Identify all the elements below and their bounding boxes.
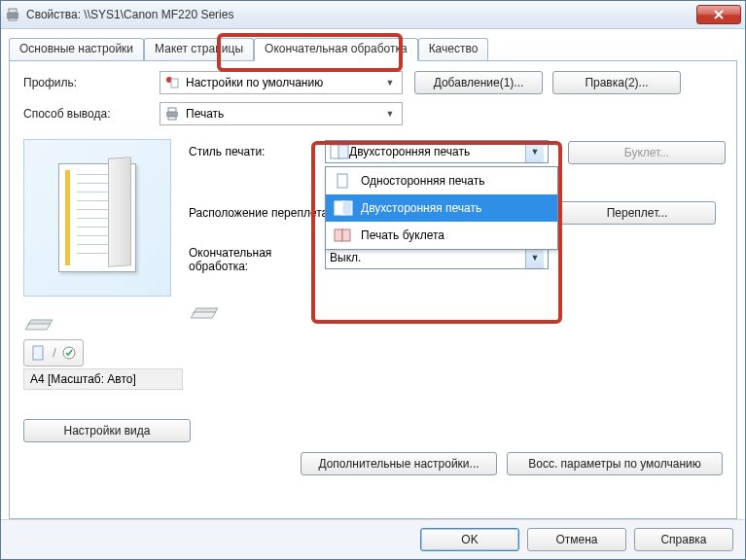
- preview-status: A4 [Масштаб: Авто]: [23, 368, 183, 390]
- svg-rect-15: [338, 145, 348, 158]
- output-label: Способ вывода:: [23, 107, 160, 121]
- print-style-combo[interactable]: Двухсторонняя печать ▼: [325, 140, 549, 163]
- stack-icon: [23, 306, 189, 335]
- svg-rect-0: [7, 13, 18, 18]
- tab-page-layout[interactable]: Макет страницы: [144, 38, 254, 61]
- output-combo[interactable]: Печать ▼: [160, 102, 403, 125]
- single-page-icon: [334, 173, 353, 189]
- svg-rect-12: [33, 346, 43, 360]
- print-style-option-single[interactable]: Односторонняя печать: [326, 167, 557, 194]
- duplex-page-icon: [334, 200, 353, 216]
- properties-window: Свойства: \\SYS1\Canon MF220 Series Осно…: [0, 0, 746, 560]
- tab-footer: Дополнительные настройки... Восс. параме…: [23, 442, 723, 475]
- window-title: Свойства: \\SYS1\Canon MF220 Series: [26, 8, 696, 21]
- chevron-down-icon: ▼: [382, 103, 398, 124]
- tab-basic[interactable]: Основные настройки: [9, 38, 144, 61]
- slash-icon: /: [53, 346, 55, 360]
- settings-column: Стиль печати: Двухсторонняя печать ▼ Бук…: [189, 139, 726, 442]
- svg-marker-22: [191, 312, 216, 318]
- print-style-label: Стиль печати:: [189, 145, 325, 158]
- titlebar: Свойства: \\SYS1\Canon MF220 Series: [1, 1, 745, 29]
- booklet-button[interactable]: Буклет...: [568, 141, 726, 164]
- option-label: Односторонняя печать: [361, 174, 485, 188]
- print-style-selected: Двухсторонняя печать: [349, 145, 470, 158]
- close-button[interactable]: [696, 5, 741, 24]
- finishing-label: Окончательная обработка:: [189, 246, 325, 273]
- svg-rect-2: [9, 18, 17, 20]
- add-profile-button[interactable]: Добавление(1)...: [414, 71, 543, 94]
- tab-content: Профиль: Настройки по умолчанию ▼ Добавл…: [9, 60, 737, 519]
- profile-row: Профиль: Настройки по умолчанию ▼ Добавл…: [23, 71, 723, 94]
- svg-rect-18: [342, 201, 352, 215]
- svg-rect-9: [168, 117, 176, 120]
- chevron-down-icon[interactable]: ▼: [525, 141, 544, 162]
- preview-page-fold-icon: [108, 157, 131, 267]
- preview-column: / A4 [Масштаб: Авто] Настройки вида: [23, 139, 189, 442]
- tab-strip: Основные настройки Макет страницы Оконча…: [9, 37, 737, 60]
- dialog-button-bar: OK Отмена Справка: [1, 519, 745, 559]
- svg-marker-11: [25, 324, 51, 330]
- output-row: Способ вывода: Печать ▼: [23, 102, 723, 125]
- svg-rect-8: [168, 108, 176, 112]
- booklet-icon: [334, 228, 353, 243]
- tab-quality[interactable]: Качество: [418, 38, 489, 61]
- profile-combo[interactable]: Настройки по умолчанию ▼: [160, 71, 403, 94]
- duplex-page-icon: [330, 144, 349, 159]
- view-settings-button[interactable]: Настройки вида: [23, 419, 191, 442]
- print-style-option-duplex[interactable]: Двухсторонняя печать: [326, 194, 557, 222]
- option-label: Двухсторонняя печать: [361, 201, 481, 215]
- profile-value: Настройки по умолчанию: [186, 76, 382, 89]
- profile-label: Профиль:: [23, 76, 160, 89]
- main-area: / A4 [Масштаб: Авто] Настройки вида Стил…: [23, 139, 723, 442]
- chevron-down-icon: ▼: [382, 72, 398, 93]
- svg-rect-16: [337, 174, 347, 188]
- edit-profile-button[interactable]: Правка(2)...: [552, 71, 681, 94]
- finishing-value: Выкл.: [330, 251, 361, 264]
- preview-box: [23, 139, 171, 297]
- svg-rect-7: [166, 112, 178, 117]
- profile-icon: [164, 75, 180, 90]
- output-value: Печать: [186, 107, 382, 121]
- svg-rect-1: [9, 9, 17, 13]
- check-circle-icon: [62, 346, 76, 360]
- print-style-option-booklet[interactable]: Печать буклета: [326, 222, 557, 249]
- preview-toolbar[interactable]: /: [23, 339, 84, 367]
- option-label: Печать буклета: [361, 228, 444, 242]
- gutter-button[interactable]: Переплет...: [558, 201, 716, 225]
- tab-finishing[interactable]: Окончательная обработка: [254, 38, 418, 61]
- help-button[interactable]: Справка: [634, 528, 733, 551]
- svg-rect-20: [342, 229, 350, 241]
- binding-label: Расположение переплета:: [189, 206, 325, 220]
- printer-icon: [5, 7, 20, 22]
- restore-defaults-button[interactable]: Восс. параметры по умолчанию: [507, 452, 723, 475]
- print-style-dropdown: Односторонняя печать Двухсторонняя печат…: [325, 166, 558, 250]
- advanced-settings-button[interactable]: Дополнительные настройки...: [301, 452, 497, 475]
- finishing-stack-icon: [189, 295, 726, 324]
- page-icon: [31, 345, 47, 361]
- ok-button[interactable]: OK: [420, 528, 519, 551]
- cancel-button[interactable]: Отмена: [527, 528, 626, 551]
- svg-rect-6: [171, 79, 178, 88]
- chevron-down-icon[interactable]: ▼: [525, 247, 544, 268]
- svg-rect-19: [335, 229, 342, 241]
- print-icon: [164, 106, 180, 122]
